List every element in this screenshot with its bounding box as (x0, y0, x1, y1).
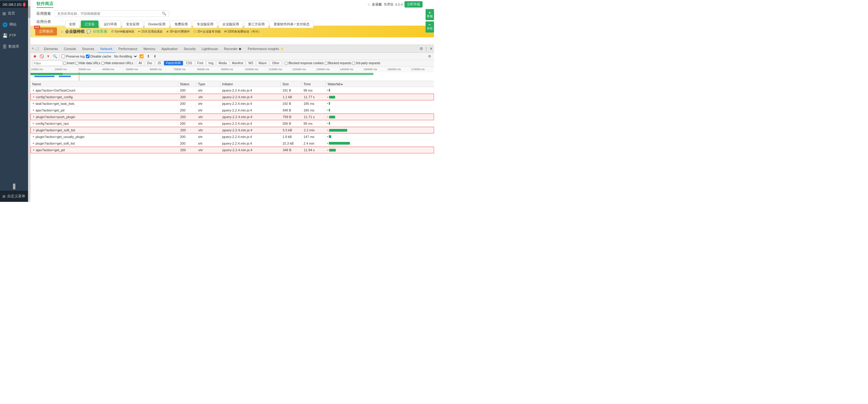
tab-performance[interactable]: Performance (116, 44, 141, 53)
customer-service-button[interactable]: ● 客服 (426, 9, 434, 20)
third-party-checkbox-label[interactable]: 3rd-party requests (352, 61, 380, 65)
sidebar-scrollbar[interactable] (28, 0, 30, 202)
tab-application[interactable]: Application (158, 44, 181, 53)
table-row[interactable]: ✦ task?action=get_task_lists 200 xhr jqu… (30, 100, 434, 107)
filter-wasm-btn[interactable]: Wasm (256, 61, 269, 65)
td-status: 200 (179, 94, 196, 100)
toolbar-settings-icon[interactable]: ⚙ (427, 54, 432, 59)
waterfall-bar (329, 149, 336, 152)
filter-all-btn[interactable]: All (136, 61, 144, 65)
table-row[interactable]: ✦ config?action=get_nps 200 xhr jquery-2… (30, 120, 434, 127)
banner-title: ◇ 企业版特权 💬 在线客服 (61, 29, 107, 34)
tab-recorder[interactable]: Recorder ⏺ (221, 44, 245, 53)
cat-btn-pro[interactable]: 专业版应用 (193, 21, 217, 28)
throttling-select[interactable]: No throttling Slow 3G Fast 3G (113, 54, 138, 58)
td-size: 192 B (281, 100, 302, 107)
td-size: 15.3 kB (281, 140, 302, 147)
tab-security[interactable]: Security (181, 44, 198, 53)
sidebar-item-home[interactable]: ⊞ 首页 (0, 8, 28, 19)
filter-css-btn[interactable]: CSS (184, 61, 194, 65)
filter-doc-btn[interactable]: Doc (145, 61, 155, 65)
filter-font-btn[interactable]: Font (195, 61, 206, 65)
table-row[interactable]: ✦ plugin?action=get_soft_list 200 xhr jq… (30, 127, 434, 133)
td-waterfall (326, 114, 434, 120)
third-party-checkbox[interactable] (352, 62, 355, 65)
filter-fetchxhr-btn[interactable]: Fetch/XHR (164, 61, 183, 65)
col-status: Status (178, 81, 196, 87)
table-row[interactable]: ✦ ajax?action=get_pd 200 xhr jquery-2.2.… (30, 147, 434, 153)
tab-network[interactable]: Network (97, 44, 116, 53)
table-row[interactable]: ✦ ajax?action=GetTaskCount 200 xhr jquer… (30, 87, 434, 94)
search-input[interactable] (57, 12, 160, 15)
cat-btn-docker[interactable]: Docker应用 (144, 21, 169, 28)
cat-btn-enterprise[interactable]: 企业版应用 (218, 21, 243, 28)
timeline-bar-blue-2 (59, 75, 71, 77)
blocked-requests-checkbox-label[interactable]: Blocked requests (324, 61, 351, 65)
more-options-icon[interactable]: ⋮ (424, 46, 428, 51)
req-name: ajax?action=GetTaskCount (36, 89, 75, 92)
wifi-icon[interactable]: 📶 (139, 54, 144, 59)
tab-performance-insights[interactable]: Performance insights ⚡ (245, 44, 287, 53)
table-row[interactable]: ✦ plugin?action=push_plugin 200 xhr jque… (30, 114, 434, 120)
cat-btn-installed[interactable]: 已安装 (81, 21, 98, 28)
tab-console[interactable]: Console (61, 44, 79, 53)
filter-media-btn[interactable]: Media (216, 61, 229, 65)
invert-checkbox[interactable] (63, 62, 66, 65)
tab-elements[interactable]: Elements (41, 44, 61, 53)
preserve-log-checkbox[interactable] (61, 55, 65, 58)
sidebar-item-database[interactable]: 🗄 数据库 (0, 41, 28, 52)
tick-20000: 20000 ms (54, 67, 78, 72)
table-row[interactable]: ✦ ajax?action=get_pd 200 xhr jquery-2.2.… (30, 107, 434, 114)
close-devtools-icon[interactable]: ✕ (430, 46, 433, 51)
settings-icon[interactable]: ⚙ (420, 46, 423, 51)
filter-button[interactable]: ▼ (45, 54, 51, 59)
upgrade-button[interactable]: 立即升级 (404, 1, 423, 7)
hide-ext-checkbox[interactable] (101, 62, 104, 65)
filter-manifest-btn[interactable]: Manifest (230, 61, 246, 65)
disable-cache-label[interactable]: Disable cache (86, 55, 111, 58)
sidebar-item-website[interactable]: 🌐 网站 (0, 19, 28, 30)
clear-button[interactable]: 🚫 (39, 54, 44, 59)
devtools-icon-cursor[interactable]: ↖ (32, 47, 34, 51)
blocked-requests-checkbox[interactable] (324, 62, 328, 65)
comment-button[interactable]: ✏ 评价 (426, 21, 434, 33)
blocked-response-checkbox[interactable] (285, 62, 288, 65)
cat-btn-runtime[interactable]: 运行环境 (100, 21, 121, 28)
table-body: ✦ ajax?action=GetTaskCount 200 xhr jquer… (30, 87, 434, 153)
sidebar-item-ftp[interactable]: 💾 FTP (0, 30, 28, 41)
blocked-response-checkbox-label[interactable]: Blocked response cookies (285, 61, 323, 65)
cat-btn-security[interactable]: 安全应用 (122, 21, 143, 28)
req-icon: ✦ (33, 95, 35, 98)
hide-data-checkbox[interactable] (75, 62, 79, 65)
table-row[interactable]: ✦ plugin?action=get_soft_list 200 xhr jq… (30, 140, 434, 147)
cat-btn-all[interactable]: 全部 (65, 21, 80, 28)
table-row[interactable]: ✦ config?action=get_config 200 xhr jquer… (30, 94, 434, 100)
search-button[interactable]: 🔍 (52, 54, 58, 59)
filter-other-btn[interactable]: Other (270, 61, 281, 65)
tab-lighthouse[interactable]: Lighthouse (198, 44, 221, 53)
tab-sources[interactable]: Sources (79, 44, 97, 53)
download-icon[interactable]: ⬇ (152, 54, 158, 59)
upload-icon[interactable]: ⬆ (146, 54, 151, 59)
hide-ext-checkbox-label[interactable]: Hide extension URLs (101, 61, 133, 65)
disable-cache-checkbox[interactable] (86, 55, 90, 58)
record-button[interactable]: ⏺ (32, 54, 38, 59)
cat-btn-update[interactable]: 更新软件列表 / 支付状态 (270, 21, 313, 28)
tick-60000: 60000 ms (149, 67, 173, 72)
td-waterfall (326, 133, 434, 140)
devtools-icon-inspect[interactable]: ⬜ (35, 47, 39, 51)
cat-btn-third[interactable]: 第三方应用 (244, 21, 269, 28)
timeline-bar-blue-1 (34, 75, 55, 77)
filter-img-btn[interactable]: Img (207, 61, 216, 65)
sidebar-item-custom-menu[interactable]: ⊞ 自定义菜单 (0, 191, 28, 202)
filter-ws-btn[interactable]: WS (246, 61, 255, 65)
waterfall-bar (329, 89, 330, 92)
cat-btn-free[interactable]: 免费应用 (170, 21, 192, 28)
hide-data-checkbox-label[interactable]: Hide data URLs (75, 61, 100, 65)
invert-checkbox-label[interactable]: Invert (63, 61, 74, 65)
table-row[interactable]: ✦ plugin?action=get_usually_plugin 200 x… (30, 133, 434, 140)
tab-memory[interactable]: Memory (141, 44, 158, 53)
filter-js-btn[interactable]: JS (155, 61, 163, 65)
filter-input[interactable] (32, 61, 62, 66)
preserve-log-label[interactable]: Preserve log (61, 55, 85, 58)
